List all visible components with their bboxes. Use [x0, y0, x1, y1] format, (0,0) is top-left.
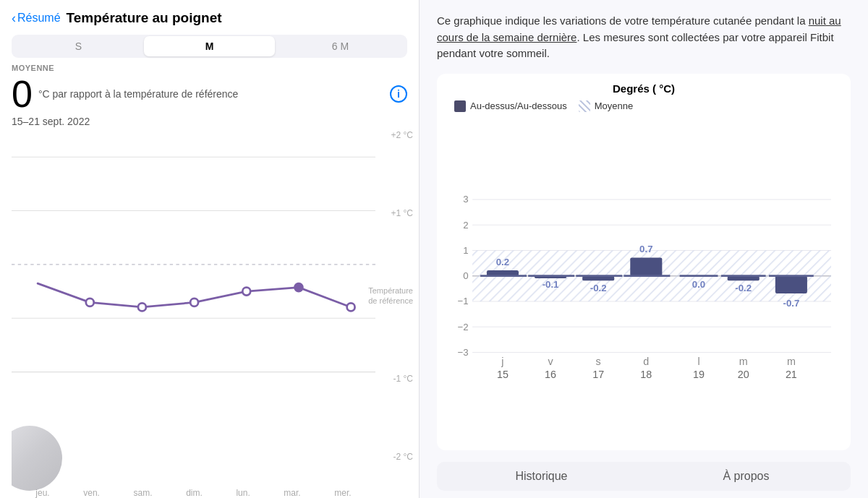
- x-label-6: mer.: [334, 488, 351, 498]
- temp-description: °C par rapport à la température de référ…: [38, 88, 384, 100]
- svg-text:s: s: [596, 356, 601, 367]
- svg-rect-44: [775, 275, 807, 293]
- temp-value: 0: [12, 75, 33, 113]
- svg-text:j: j: [501, 356, 503, 367]
- svg-rect-36: [630, 257, 662, 275]
- svg-text:-0.2: -0.2: [735, 282, 752, 293]
- svg-text:1: 1: [463, 244, 468, 255]
- svg-text:−2: −2: [457, 321, 468, 332]
- x-label-1: ven.: [83, 488, 100, 498]
- svg-point-7: [190, 299, 198, 306]
- x-label-5: mar.: [284, 488, 300, 498]
- svg-text:0: 0: [463, 270, 468, 281]
- left-panel: ‹ Résumé Température au poignet S M 6 M …: [0, 0, 420, 498]
- svg-text:-0.1: -0.1: [542, 279, 559, 290]
- svg-text:0.7: 0.7: [639, 243, 652, 254]
- svg-text:-0.2: -0.2: [590, 282, 607, 293]
- x-axis-left: jeu. ven. sam. dim. lun. mar. mer.: [12, 488, 375, 498]
- tab-6m[interactable]: 6 M: [275, 36, 406, 56]
- svg-text:−1: −1: [457, 296, 468, 306]
- svg-text:d: d: [643, 356, 649, 367]
- back-chevron-icon: ‹: [12, 11, 16, 26]
- chart-right-title: Degrés ( °C): [448, 82, 839, 95]
- svg-text:l: l: [697, 356, 699, 367]
- x-label-3: dim.: [186, 488, 203, 498]
- svg-text:m: m: [739, 356, 748, 367]
- svg-text:0.2: 0.2: [496, 257, 509, 267]
- page-title: Température au poignet: [67, 10, 222, 26]
- svg-point-5: [86, 299, 94, 306]
- svg-text:2: 2: [463, 219, 468, 230]
- avg-label: MOYENNE: [12, 64, 407, 72]
- svg-text:0.0: 0.0: [692, 279, 705, 290]
- x-label-2: sam.: [134, 488, 153, 498]
- temp-row: 0 °C par rapport à la température de réf…: [12, 75, 407, 113]
- legend-solid-icon: [454, 100, 466, 112]
- period-tabs: S M 6 M: [12, 35, 407, 58]
- header: ‹ Résumé Température au poignet: [0, 0, 419, 32]
- svg-text:15: 15: [497, 368, 509, 379]
- svg-point-9: [294, 283, 302, 291]
- legend-solid-label: Au-dessus/Au-dessous: [470, 100, 567, 111]
- left-chart-area: +2 °C +1 °C Températurede référence -1 °…: [12, 130, 419, 498]
- svg-point-10: [347, 303, 355, 311]
- svg-text:3: 3: [463, 194, 468, 205]
- right-chart-svg: 3 2 1 0 −1 −2 −3: [448, 118, 839, 442]
- tab-s[interactable]: S: [13, 36, 144, 56]
- tab-m[interactable]: M: [144, 36, 275, 56]
- legend-row: Au-dessus/Au-dessous Moyenne: [448, 100, 839, 112]
- svg-text:20: 20: [738, 368, 749, 379]
- svg-text:19: 19: [693, 368, 705, 379]
- back-label[interactable]: Résumé: [17, 12, 61, 25]
- svg-text:v: v: [548, 356, 553, 367]
- right-panel: Ce graphique indique les variations de v…: [420, 0, 868, 498]
- svg-text:17: 17: [592, 368, 604, 379]
- bottom-tabs: Historique À propos: [437, 462, 851, 491]
- legend-hatch-icon: [579, 100, 590, 112]
- legend-hatch-label: Moyenne: [595, 100, 633, 111]
- back-button[interactable]: ‹ Résumé: [12, 11, 61, 26]
- right-chart-container: Degrés ( °C) Au-dessus/Au-dessous Moyenn…: [437, 74, 851, 451]
- svg-point-6: [138, 303, 146, 311]
- svg-text:16: 16: [545, 368, 556, 379]
- date-range: 15–21 sept. 2022: [12, 116, 407, 127]
- legend-item-hatch: Moyenne: [579, 100, 633, 112]
- right-chart-svg-container: 3 2 1 0 −1 −2 −3: [448, 118, 839, 442]
- y-label-m2: -2 °C: [368, 452, 413, 462]
- watch-image: [12, 426, 62, 491]
- svg-text:m: m: [787, 356, 796, 367]
- svg-text:18: 18: [640, 368, 652, 379]
- tab-apropos[interactable]: À propos: [644, 464, 848, 489]
- tab-historique[interactable]: Historique: [439, 464, 644, 489]
- x-label-4: lun.: [236, 488, 250, 498]
- info-button[interactable]: i: [390, 85, 407, 103]
- svg-point-8: [242, 288, 250, 296]
- description-text: Ce graphique indique les variations de v…: [437, 13, 851, 62]
- legend-item-solid: Au-dessus/Au-dessous: [454, 100, 567, 112]
- svg-text:21: 21: [786, 368, 797, 379]
- svg-text:−3: −3: [457, 346, 468, 357]
- svg-text:-0.7: -0.7: [783, 297, 799, 308]
- left-chart-svg: [12, 130, 375, 399]
